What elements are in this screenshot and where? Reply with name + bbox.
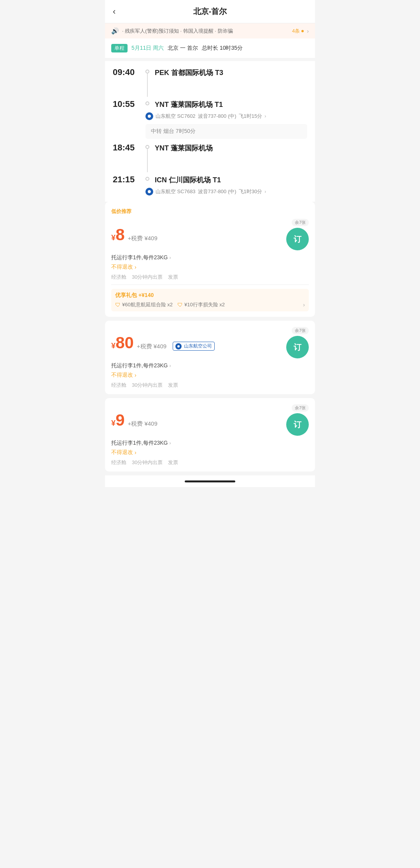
card-2-info-row: 经济舱 30分钟内出票 发票	[111, 382, 309, 389]
shield-1-icon: 🛡	[115, 302, 121, 308]
card-2-invoice: 发票	[168, 382, 178, 389]
second-departure-time: 18:45	[113, 143, 140, 153]
airline-arrow-1-icon: ›	[264, 114, 266, 119]
card-2-cabin: 经济舱	[111, 382, 126, 389]
card-3-cabin: 经济舱	[111, 459, 126, 466]
transfer-label: 中转 烟台 7时50分	[151, 128, 196, 134]
stop-dot-4	[145, 177, 149, 181]
card-3-price: 9	[116, 411, 124, 429]
card-2-price: 80	[116, 334, 134, 352]
header: ‹ 北京-首尔	[105, 0, 315, 23]
card-2-price-row: ¥80 +税费 ¥409 山东航空公司 余7张 订	[111, 327, 309, 358]
card-3-tax: +税费 ¥409	[128, 420, 157, 428]
departure-time: 09:40	[113, 67, 140, 77]
card-2-refund[interactable]: 不得退改 ›	[111, 372, 309, 379]
ticket-card-3: ¥9 +税费 ¥409 余7张 订 托运行李1件,每件23KG › 不得退改 ›…	[105, 398, 315, 472]
stop-dot-1	[145, 70, 149, 73]
card-1-luggage: 托运行李1件,每件23KG ›	[111, 254, 309, 261]
airline-info-2: 山东航空 SC7683	[156, 188, 196, 195]
final-arrival: 21:15 ICN 仁川国际机场 T1	[113, 175, 307, 185]
card-1-refund[interactable]: 不得退改 ›	[111, 264, 309, 271]
departure-airport: PEK 首都国际机场 T3	[155, 68, 307, 77]
card-2-refund-arrow-icon: ›	[135, 372, 136, 378]
shield-2-icon: 🛡	[177, 302, 183, 308]
card-1-issue-time: 30分钟内出票	[132, 274, 163, 281]
card-1-gift-items: 🛡 ¥60航意航延组合险 x2 🛡 ¥10行李损失险 x2 ›	[115, 301, 305, 308]
back-button[interactable]: ‹	[113, 7, 116, 17]
flight-time-1: 飞1时15分	[239, 113, 262, 120]
card-2-airline-logo	[175, 343, 182, 349]
card-1-refund-arrow-icon: ›	[135, 264, 136, 270]
notice-bar[interactable]: 🔊 · 残疾军人(警察)预订须知 · 韩国入境提醒 · 防诈骗 4条 ›	[105, 23, 315, 38]
card-2-airline-name: 山东航空公司	[184, 343, 212, 349]
card-2-remaining: 余7张	[292, 327, 309, 334]
notice-text: · 残疾军人(警察)预订须知 · 韩国入境提醒 · 防诈骗	[122, 28, 289, 35]
card-3-book-button[interactable]: 订	[286, 413, 309, 436]
airline-row-2[interactable]: 山东航空 SC7683 波音737-800 (中) 飞1时30分 ›	[145, 188, 307, 196]
page-title: 北京-首尔	[193, 6, 227, 17]
card-3-refund-arrow-icon: ›	[135, 449, 136, 456]
card-3-remaining: 余7张	[292, 404, 309, 412]
airline-info-1: 山东航空 SC7602	[156, 113, 196, 120]
card-1-gift-item-1: 🛡 ¥60航意航延组合险 x2	[115, 301, 173, 308]
ticket-cards-section: 低价推荐 ¥8 +税费 ¥409 余7张 订 托运行李1件,每件23KG › 不…	[105, 202, 315, 472]
route-info: 单程 5月11日 周六 北京 一 首尔 总时长 10时35分	[105, 38, 315, 61]
airline-arrow-2-icon: ›	[264, 189, 266, 194]
first-arrival-airport: YNT 蓬莱国际机场 T1	[155, 100, 307, 109]
card-1-info-row: 经济舱 30分钟内出票 发票	[111, 274, 309, 281]
card-1-cabin: 经济舱	[111, 274, 126, 281]
card-3-luggage-arrow-icon: ›	[169, 440, 171, 446]
card-2-tax: +税费 ¥409	[137, 343, 166, 350]
second-leg-departure: 18:45 YNT 蓬莱国际机场	[113, 143, 307, 172]
card-3-refund[interactable]: 不得退改 ›	[111, 449, 309, 456]
card-1-book-button[interactable]: 订	[286, 228, 309, 250]
card-1-gift-title: 优享礼包 +¥140	[115, 292, 305, 299]
notice-arrow-icon: ›	[307, 28, 309, 34]
aircraft-info-1: 波音737-800 (中)	[198, 113, 236, 120]
final-arrival-airport: ICN 仁川国际机场 T1	[155, 175, 307, 185]
gift-arrow-icon: ›	[303, 302, 305, 308]
card-3-info-row: 经济舱 30分钟内出票 发票	[111, 459, 309, 466]
card-1-gift-item-2: 🛡 ¥10行李损失险 x2	[177, 301, 225, 308]
card-3-issue-time: 30分钟内出票	[132, 459, 163, 466]
first-leg-arrival: 10:55 YNT 蓬莱国际机场 T1	[113, 99, 307, 109]
card-2-book-button[interactable]: 订	[286, 336, 309, 358]
airline-row-1[interactable]: 山东航空 SC7602 波音737-800 (中) 飞1时15分 ›	[145, 112, 307, 120]
route-date: 5月11日 周六	[131, 45, 164, 52]
notice-speaker-icon: 🔊	[111, 27, 119, 35]
card-1-price-row: ¥8 +税费 ¥409 余7张 订	[111, 219, 309, 250]
flight-detail: 09:40 PEK 首都国际机场 T3 10:55 YNT 蓬莱国际机场 T1 …	[105, 61, 315, 202]
card-1-tag: 低价推荐	[111, 208, 309, 215]
ticket-card-2: ¥80 +税费 ¥409 山东航空公司 余7张 订 托运行李1件,每件23KG …	[105, 321, 315, 394]
card-3-invoice: 发票	[168, 459, 178, 466]
flight-time-2: 飞1时30分	[239, 188, 262, 195]
final-arrival-time: 21:15	[113, 175, 140, 185]
card-2-issue-time: 30分钟内出票	[132, 382, 163, 389]
card-2-price-prefix: ¥	[111, 341, 116, 350]
second-departure-airport: YNT 蓬莱国际机场	[155, 143, 307, 153]
route-path: 北京 一 首尔	[168, 45, 198, 52]
stop-line-1	[147, 73, 148, 97]
card-3-luggage: 托运行李1件,每件23KG ›	[111, 440, 309, 447]
stop-line-3	[147, 149, 148, 172]
transfer-info: 中转 烟台 7时50分	[145, 124, 307, 139]
card-3-price-row: ¥9 +税费 ¥409 余7张 订	[111, 404, 309, 436]
first-arrival-time: 10:55	[113, 99, 140, 109]
stop-dot-3	[145, 145, 149, 149]
notice-count: 4条	[292, 28, 304, 35]
ticket-card-1: 低价推荐 ¥8 +税费 ¥409 余7张 订 托运行李1件,每件23KG › 不…	[105, 202, 315, 317]
card-1-invoice: 发票	[168, 274, 178, 281]
airline-logo-1	[145, 112, 153, 120]
card-3-price-prefix: ¥	[111, 419, 116, 427]
card-2-airline-badge: 山东航空公司	[173, 342, 215, 351]
card-1-gift-package[interactable]: 优享礼包 +¥140 🛡 ¥60航意航延组合险 x2 🛡 ¥10行李损失险 x2…	[111, 289, 309, 311]
aircraft-info-2: 波音737-800 (中)	[198, 188, 236, 195]
departure-stop: 09:40 PEK 首都国际机场 T3	[113, 67, 307, 97]
route-duration: 总时长 10时35分	[202, 45, 243, 52]
card-1-price: 8	[116, 225, 124, 244]
card-1-tax: +税费 ¥409	[128, 235, 157, 242]
card-1-price-prefix: ¥	[111, 233, 116, 242]
card-1-luggage-arrow-icon: ›	[169, 255, 171, 260]
stop-dot-2	[145, 101, 149, 105]
card-2-luggage: 托运行李1件,每件23KG ›	[111, 362, 309, 369]
